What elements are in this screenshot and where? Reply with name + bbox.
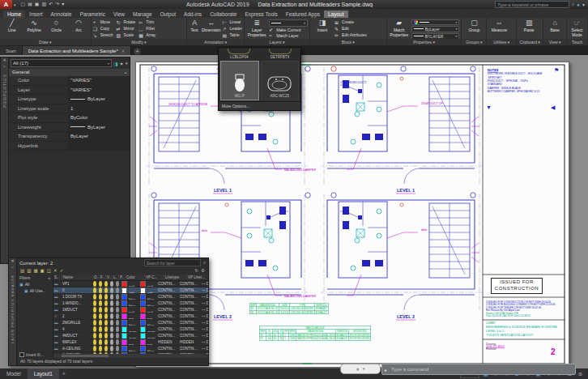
freeze-icon[interactable] — [97, 300, 103, 306]
column-o-[interactable]: O.. — [93, 275, 100, 280]
layer-row-4mduct[interactable]: ▬4MDUCTcyancyanCONTIN...CONTIN...— Defa.… — [53, 333, 208, 339]
lock-icon[interactable] — [109, 307, 114, 313]
block-item[interactable]: DETRFBTX — [260, 48, 301, 60]
plot-icon[interactable] — [114, 346, 120, 351]
search-icon[interactable]: ⌕ — [203, 260, 206, 266]
vp-linetype[interactable]: CONTIN... — [179, 281, 201, 287]
ribbon-tab-parametric[interactable]: Parametric — [76, 11, 109, 18]
new-group-filter-icon[interactable]: ▥ — [27, 267, 31, 275]
vp-freeze-icon[interactable] — [103, 307, 109, 313]
linetype[interactable]: CONTIN... — [157, 300, 179, 306]
layer-color[interactable]: ma... — [120, 339, 138, 345]
command-input[interactable] — [390, 366, 573, 373]
section-general[interactable]: General ▴ — [9, 69, 130, 76]
on-icon[interactable] — [92, 320, 97, 326]
sign-in-icon[interactable]: ● — [577, 2, 580, 7]
filter-all[interactable]: ▣All — [19, 281, 53, 287]
button-edit-attributes[interactable]: ✏Edit Attributes — [334, 32, 385, 38]
layer-states-icon[interactable]: ▦ — [33, 267, 37, 275]
plot-icon[interactable] — [114, 339, 120, 345]
autohide-icon[interactable]: ⇔ — [2, 63, 6, 69]
lpm-titlebar[interactable]: ✕ ⇔ LAYER PROPERTIES MANAGER — [8, 258, 17, 366]
ribbon-tab-featured-apps[interactable]: Featured Apps — [282, 11, 324, 18]
ribbon-tab-layout[interactable]: Layout — [324, 11, 348, 18]
layer-color[interactable]: red — [120, 281, 138, 287]
on-icon[interactable] — [92, 333, 97, 339]
plot-icon[interactable] — [114, 320, 120, 326]
lineweight[interactable]: — Defa... — [201, 339, 208, 345]
redo-icon[interactable]: ↷ — [55, 0, 59, 9]
plot-icon[interactable] — [114, 326, 120, 332]
button-measure[interactable]: ⇔Measure — [488, 19, 509, 38]
freeze-icon[interactable] — [97, 339, 103, 345]
file-tab-document[interactable]: Data Extraction and Multileaders Sample*… — [23, 46, 131, 55]
button-fillet[interactable]: ◡Fillet — [138, 25, 156, 32]
open-icon[interactable]: ▤ — [28, 0, 32, 9]
button-base[interactable]: ⌂Base — [545, 19, 565, 38]
panel-label-clipboard[interactable]: Clipboard ▾ — [517, 39, 543, 45]
column-color[interactable]: Color — [126, 275, 145, 280]
lineweight[interactable]: — Defa... — [201, 326, 208, 332]
button-select-mode[interactable]: ☞Select Mode — [569, 19, 586, 38]
lineweight[interactable]: — Defa... — [201, 333, 208, 339]
vp-color[interactable]: whi... — [138, 287, 157, 293]
layer-color[interactable]: blue — [120, 346, 138, 351]
vp-freeze-icon[interactable] — [103, 320, 109, 326]
linetype[interactable]: CONTIN... — [157, 307, 179, 313]
plot-icon[interactable] — [114, 281, 120, 287]
button-arc[interactable]: ◠Arc — [68, 19, 88, 38]
linetype[interactable]: CONTIN... — [157, 326, 179, 332]
properties-dropdown-1[interactable]: ▾ — [411, 19, 460, 25]
lock-icon[interactable] — [109, 320, 114, 326]
column-s-[interactable]: S.. — [53, 275, 62, 280]
linetype[interactable]: HIDDEN — [157, 339, 179, 345]
model-tab[interactable]: Model — [0, 368, 28, 379]
lock-icon[interactable] — [109, 287, 114, 293]
vp-linetype[interactable]: CONTIN... — [179, 300, 201, 306]
layer-color[interactable]: cyan — [120, 333, 138, 339]
new-icon[interactable]: ▢ — [21, 0, 26, 9]
layer-row-1-door-tx[interactable]: ▬1 DOOR TXblueblueCONTIN...CONTIN...— De… — [53, 294, 208, 300]
on-icon[interactable] — [92, 326, 97, 332]
vp-freeze-icon[interactable] — [103, 281, 109, 287]
column-p-[interactable]: P.. — [119, 275, 126, 280]
panel-label-layers[interactable]: Layers ▾ — [245, 39, 309, 45]
property-row-hyperlink[interactable]: Hyperlink — [9, 142, 130, 151]
ribbon-tab-manage[interactable]: Manage — [129, 11, 156, 18]
vp-color[interactable]: blue — [138, 320, 157, 326]
vp-freeze-icon[interactable] — [103, 333, 109, 339]
lock-icon[interactable] — [109, 313, 114, 319]
delete-layer-icon[interactable]: ✕ — [53, 267, 58, 275]
toggle-pickadd-icon[interactable]: ◨ — [113, 61, 118, 66]
linetype[interactable]: CONTIN... — [157, 346, 179, 351]
close-icon[interactable]: ✕ — [2, 57, 6, 63]
layer-color[interactable]: blue — [120, 320, 138, 326]
vp-linetype[interactable]: CONTIN... — [179, 326, 201, 332]
vp-color[interactable]: blue — [138, 294, 157, 300]
vp-linetype[interactable]: CONTIN... — [179, 313, 201, 319]
ribbon-tab-collaborate[interactable]: Collaborate — [206, 11, 241, 18]
lineweight[interactable]: — Defa... — [201, 320, 208, 326]
layer-color[interactable]: whi... — [120, 287, 138, 293]
undo-icon[interactable]: ↶ — [49, 0, 53, 9]
button-dimension[interactable]: ↔Dimension — [202, 19, 221, 38]
button-paste[interactable]: ▥Paste — [518, 19, 539, 38]
command-line[interactable]: ▸ — [381, 364, 576, 375]
search-icon[interactable]: ⌕ — [572, 2, 574, 7]
column-vp-c-[interactable]: VP C... — [145, 275, 164, 280]
new-layer-vp-icon[interactable]: ◫ — [47, 267, 51, 275]
lock-icon[interactable] — [109, 339, 114, 345]
button-edit[interactable]: ✎Edit — [334, 26, 385, 32]
crosshair-icon[interactable]: ⌖ — [363, 366, 365, 372]
panel-label-touch[interactable]: Touch — [567, 39, 587, 45]
lineweight[interactable]: — Defa... — [201, 294, 208, 300]
property-row-linetype[interactable]: LinetypeByLayer — [9, 95, 130, 104]
layer-grid-header[interactable]: S..NameO..F..V..L..P..ColorVP C...Linety… — [53, 275, 208, 281]
properties-palette-titlebar[interactable]: ✕ ⇔ PROPERTIES — [0, 57, 9, 264]
freeze-icon[interactable] — [97, 294, 103, 300]
new-layout-button[interactable]: + — [59, 371, 69, 377]
layer-row-vp1[interactable]: ▬VP1redredCONTIN...CONTIN...— Defa...De — [53, 281, 208, 287]
plot-icon[interactable] — [114, 294, 120, 300]
vp-linetype[interactable]: HIDDEN — [179, 339, 201, 345]
layer-row-2mgrille[interactable]: ▬2MGRILLEblueblueCONTIN...CONTIN...— Def… — [53, 320, 208, 326]
